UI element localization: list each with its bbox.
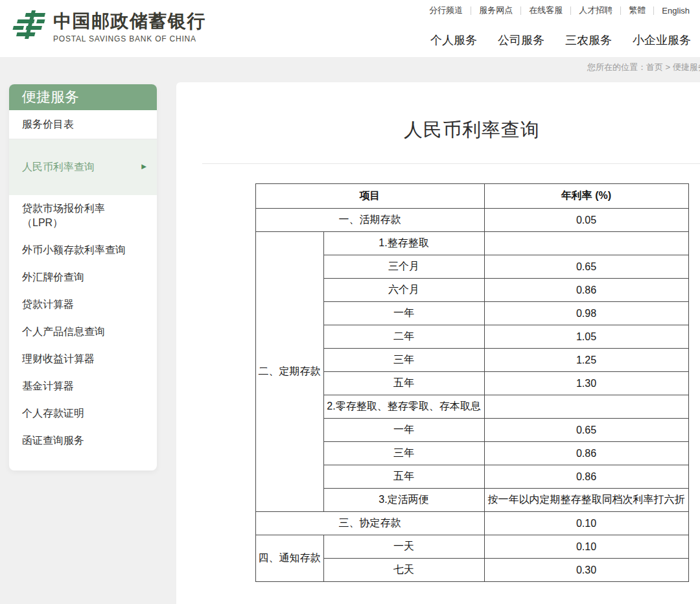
page-header: 中国邮政储蓄银行 POSTAL SAVINGS BANK OF CHINA 分行… [0,0,700,57]
breadcrumb-home-link[interactable]: 首页 [646,62,663,72]
cell-item: 一、活期存款 [255,209,484,232]
cell-rate: 0.86 [484,279,688,302]
cell-rate: 0.98 [484,302,688,325]
cell-group-time-deposit: 二、定期存款 [255,232,323,512]
sidebar-item-wealth-calculator[interactable]: 理财收益计算器 [9,345,157,373]
cell-rate: 0.10 [484,535,688,559]
nav-branch-channel[interactable]: 分行频道 [429,5,463,16]
cell-item: 二年 [323,325,484,349]
cell-item: 三个月 [323,255,484,279]
nav-personal-services[interactable]: 个人服务 [430,32,477,48]
divider [570,6,571,15]
breadcrumb: 您所在的位置：首页 > 便捷服务 [587,62,700,73]
cell-rate: 1.05 [484,325,688,349]
cell-rate: 0.10 [484,512,688,535]
cell-item: 五年 [323,465,484,489]
nav-rural-services[interactable]: 三农服务 [565,32,612,48]
cell-item: 五年 [323,372,484,395]
cell-item: 七天 [323,559,484,582]
psbc-emblem-icon [8,8,47,47]
main-content-panel: 人民币利率查询 项目 年利率 (%) 一、活期存款 0.05 二、定期存款 1.… [176,82,700,604]
table-row: 一、活期存款 0.05 [255,209,688,232]
sidebar-item-rmb-rate-query[interactable]: 人民币利率查询 ▶ [9,139,157,195]
nav-small-business-services[interactable]: 小企业服务 [633,32,691,48]
cell-rate: 按一年以内定期整存整取同档次利率打六折 [484,489,688,512]
nav-traditional-chinese[interactable]: 繁體 [629,5,646,16]
divider [520,6,521,15]
sidebar-item-loan-calculator[interactable]: 贷款计算器 [9,291,157,318]
cell-item: 三年 [323,442,484,465]
sidebar-item-lpr[interactable]: 贷款市场报价利率 （LPR） [9,195,157,237]
sidebar-item-deposit-certificate[interactable]: 个人存款证明 [9,400,157,427]
sidebar-item-service-price-list[interactable]: 服务价目表 [9,110,157,139]
cell-item: 一年 [323,302,484,325]
cell-item: 一年 [323,419,484,442]
cell-rate: 0.65 [484,419,688,442]
table-row: 二、定期存款 1.整存整取 [255,232,688,255]
page-title: 人民币利率查询 [176,117,700,143]
cell-rate: 1.25 [484,349,688,372]
cell-item: 三、协定存款 [255,512,484,535]
cell-rate [484,232,688,255]
sidebar-item-label: 人民币利率查询 [22,161,95,172]
nav-english[interactable]: English [662,6,690,16]
cell-item: 六个月 [323,279,484,302]
breadcrumb-separator: > [663,62,673,72]
sidebar-item-foreign-small-deposit-rate[interactable]: 外币小额存款利率查询 [9,237,157,264]
cell-rate [484,395,688,419]
sidebar-item-forex-quote[interactable]: 外汇牌价查询 [9,264,157,291]
cell-item: 三年 [323,349,484,372]
nav-recruitment[interactable]: 人才招聘 [579,5,612,16]
breadcrumb-prefix: 您所在的位置： [587,62,646,72]
table-row: 三、协定存款 0.10 [255,512,688,535]
cell-rate: 0.05 [484,209,688,232]
bank-logo[interactable]: 中国邮政储蓄银行 POSTAL SAVINGS BANK OF CHINA [8,8,206,47]
nav-corporate-services[interactable]: 公司服务 [498,32,544,48]
logo-title-en: POSTAL SAVINGS BANK OF CHINA [53,34,206,43]
table-header-row: 项目 年利率 (%) [255,184,688,209]
divider [653,6,654,15]
cell-rate: 0.30 [484,559,688,582]
sidebar-item-confirmation-query[interactable]: 函证查询服务 [9,427,157,454]
cell-rate: 0.86 [484,465,688,489]
sidebar-title: 便捷服务 [9,84,157,110]
sidebar-item-personal-product-info[interactable]: 个人产品信息查询 [9,318,157,345]
divider [471,6,471,15]
logo-title-cn: 中国邮政储蓄银行 [53,11,206,32]
table-row: 四、通知存款 一天 0.10 [255,535,688,559]
sidebar-item-fund-calculator[interactable]: 基金计算器 [9,373,157,400]
cell-rate: 0.86 [484,442,688,465]
divider [620,6,621,15]
arrow-right-icon: ▶ [141,159,146,174]
rmb-rate-table: 项目 年利率 (%) 一、活期存款 0.05 二、定期存款 1.整存整取 三个月… [255,183,689,582]
cell-item: 2.零存整取、整存零取、存本取息 [323,395,484,419]
cell-rate: 1.30 [484,372,688,395]
breadcrumb-current: 便捷服务 [673,62,700,72]
cell-item: 一天 [323,535,484,559]
sidebar-convenient-services: 便捷服务 服务价目表 人民币利率查询 ▶ 贷款市场报价利率 （LPR） 外币小额… [9,84,157,470]
cell-item: 1.整存整取 [323,232,484,255]
column-header-rate: 年利率 (%) [484,184,688,209]
cell-group-notice-deposit: 四、通知存款 [255,535,323,582]
main-nav: 个人服务 公司服务 三农服务 小企业服务 [430,32,691,48]
logo-text: 中国邮政储蓄银行 POSTAL SAVINGS BANK OF CHINA [53,11,206,43]
nav-online-service[interactable]: 在线客服 [529,5,563,16]
nav-service-outlets[interactable]: 服务网点 [479,5,513,16]
divider [202,163,700,164]
cell-item: 3.定活两便 [323,489,484,512]
cell-rate: 0.65 [484,255,688,279]
utility-nav: 分行频道 服务网点 在线客服 人才招聘 繁體 English [429,5,690,16]
column-header-item: 项目 [255,184,484,209]
